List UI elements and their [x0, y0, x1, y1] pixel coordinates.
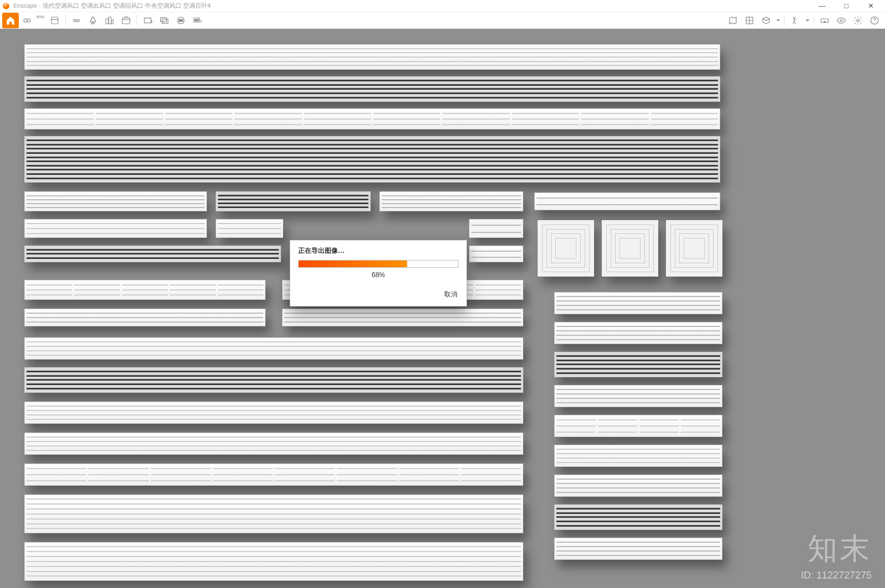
views-button[interactable] — [68, 13, 85, 28]
separator — [814, 15, 814, 26]
link-sync-button[interactable] — [19, 13, 35, 28]
vent-linear — [24, 309, 266, 326]
vent-linear — [554, 385, 722, 407]
cancel-button[interactable]: 取消 — [444, 290, 457, 299]
vent-grille — [24, 108, 720, 129]
ceiling-diffuser — [538, 220, 594, 277]
vent-slot — [534, 192, 720, 210]
separator — [65, 15, 66, 26]
svg-rect-5 — [92, 22, 95, 23]
navigation-dropdown[interactable] — [804, 13, 811, 28]
perspective-dropdown[interactable] — [774, 13, 782, 28]
visual-settings-button[interactable] — [833, 13, 850, 28]
svg-rect-12 — [162, 19, 168, 23]
site-context-button[interactable] — [101, 13, 118, 28]
svg-point-3 — [74, 19, 76, 22]
svg-rect-6 — [106, 19, 108, 24]
svg-rect-10 — [144, 18, 151, 23]
home-button[interactable] — [2, 13, 19, 28]
general-settings-button[interactable] — [850, 13, 866, 28]
vent-linear-dark — [24, 367, 523, 393]
svg-rect-11 — [160, 17, 166, 22]
dialog-title: 正在导出图像… — [290, 241, 466, 260]
svg-rect-9 — [122, 18, 130, 24]
close-button[interactable]: ✕ — [858, 0, 883, 12]
svg-point-21 — [857, 19, 860, 22]
vent-linear-dark — [554, 504, 722, 530]
app-logo-icon — [2, 2, 10, 10]
vent-linear — [554, 538, 722, 560]
svg-rect-7 — [109, 17, 112, 24]
vent-return — [24, 542, 523, 581]
batch-render-button[interactable] — [156, 13, 173, 28]
light-settings-button[interactable] — [85, 13, 101, 28]
video-path-button[interactable] — [118, 13, 134, 28]
svg-point-18 — [793, 17, 795, 19]
toolbar-right — [725, 13, 883, 28]
window-title: Enscape - 现代空调风口 空调出风口 空调回风口 中央空调风口 空调百叶… — [13, 2, 211, 10]
export-exe-button[interactable]: EXE — [189, 13, 206, 28]
watermark-brand: 知末 — [808, 529, 872, 569]
vent-linear-dark — [24, 246, 281, 262]
minimize-button[interactable]: — — [810, 0, 834, 12]
bim-label: BIM — [37, 12, 44, 19]
vent-linear — [24, 219, 207, 238]
render-viewport[interactable]: 知末 ID: 1122727275 正在导出图像… 68% 取消 — [0, 29, 885, 588]
vent-linear — [554, 475, 722, 497]
vent-linear-dark — [24, 76, 720, 102]
svg-text:EXE: EXE — [195, 19, 199, 21]
vent-linear — [24, 433, 523, 455]
vent-linear — [554, 292, 722, 314]
vent-linear-dark — [216, 191, 371, 211]
svg-point-4 — [77, 19, 80, 22]
vent-linear — [379, 191, 523, 211]
vent-small — [469, 246, 523, 262]
vr-button[interactable] — [816, 13, 833, 28]
vent-linear — [554, 322, 722, 344]
watermark-id: ID: 1122727275 — [801, 570, 872, 581]
svg-text:360: 360 — [179, 19, 183, 22]
maximize-button[interactable]: □ — [834, 0, 858, 12]
vent-linear — [216, 219, 283, 238]
separator — [137, 15, 137, 26]
vent-linear — [24, 402, 523, 424]
vent-linear-dark — [554, 352, 722, 377]
ceiling-diffuser — [666, 220, 722, 277]
vent-linear — [24, 44, 720, 70]
screenshot-button[interactable] — [139, 13, 156, 28]
vent-return-dark — [24, 136, 720, 183]
navigation-mode-button[interactable] — [787, 13, 804, 28]
separator — [784, 15, 785, 26]
minimap-button[interactable] — [725, 13, 741, 28]
export-progress-dialog: 正在导出图像… 68% 取消 — [290, 240, 467, 306]
svg-point-1 — [27, 19, 30, 22]
progress-percent: 68% — [290, 271, 466, 279]
svg-rect-2 — [51, 17, 58, 24]
vent-linear — [24, 337, 523, 360]
vent-linear — [24, 191, 207, 211]
vent-small — [469, 219, 523, 238]
window-controls: — □ ✕ — [810, 0, 883, 12]
progress-bar — [298, 260, 459, 268]
toolbar: BIM 360 EXE — [0, 12, 885, 29]
help-button[interactable] — [866, 13, 883, 28]
svg-rect-8 — [112, 19, 113, 24]
vent-grille — [554, 415, 722, 437]
vent-return — [24, 495, 523, 533]
vent-linear — [282, 309, 523, 326]
perspective-button[interactable] — [758, 13, 774, 28]
asset-library-button[interactable] — [741, 13, 758, 28]
vent-linear — [554, 445, 722, 467]
progress-bar-fill — [299, 261, 407, 267]
vent-grille — [24, 280, 266, 300]
svg-point-20 — [840, 19, 843, 22]
bim-mode-button[interactable] — [46, 13, 63, 28]
titlebar: Enscape - 现代空调风口 空调出风口 空调回风口 中央空调风口 空调百叶… — [0, 0, 885, 12]
svg-point-0 — [24, 19, 27, 22]
vent-grille — [24, 464, 523, 486]
ceiling-diffuser — [602, 220, 658, 277]
panorama-button[interactable]: 360 — [173, 13, 189, 28]
